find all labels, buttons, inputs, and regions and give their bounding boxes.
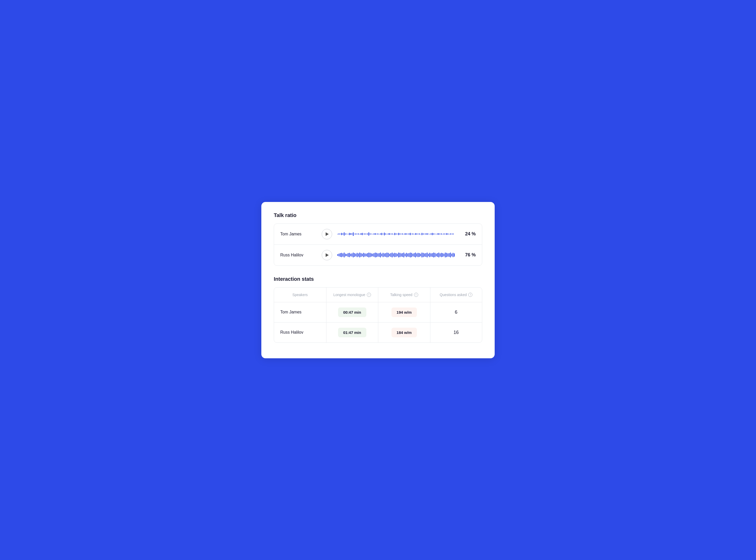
waveform-bar	[413, 254, 413, 257]
waveform-bar	[424, 234, 425, 234]
talk-row-russ: Russ Halilov 76 %	[274, 244, 482, 265]
waveform-bar	[449, 253, 450, 257]
waveform-bar	[401, 253, 402, 257]
waveform-bar	[409, 233, 410, 235]
waveform-bar	[420, 254, 421, 257]
waveform-bar	[418, 234, 418, 234]
header-questions: Questions asked i	[430, 287, 482, 302]
info-icon-speed[interactable]: i	[414, 293, 418, 297]
waveform-bar	[384, 233, 385, 235]
waveform-bar	[363, 234, 364, 234]
stats-table: Speakers Longest monologue i Talking spe…	[274, 287, 482, 343]
waveform-bar	[410, 253, 411, 257]
waveform-bar	[402, 233, 403, 235]
waveform-bar	[441, 233, 442, 235]
info-icon-questions[interactable]: i	[468, 293, 472, 297]
info-icon-monologue[interactable]: i	[367, 293, 371, 297]
waveform-bar	[358, 253, 359, 257]
waveform-bar	[392, 233, 393, 234]
talk-ratio-box: Tom James 24 % Russ Halilov 76 %	[274, 223, 482, 266]
waveform-bar	[411, 253, 412, 257]
waveform-bar	[451, 254, 452, 257]
waveform-bar	[364, 253, 365, 257]
waveform-bar	[405, 254, 405, 257]
waveform-bar	[349, 253, 350, 257]
waveform-bar	[370, 233, 371, 235]
waveform-bar	[416, 233, 417, 235]
waveform-bar	[425, 233, 426, 235]
waveform-bar	[367, 233, 368, 234]
talk-row-tom: Tom James 24 %	[274, 224, 482, 244]
waveform-bar	[446, 253, 447, 257]
waveform-bar	[421, 233, 422, 235]
waveform-bar	[369, 253, 369, 257]
waveform-bar	[449, 234, 450, 234]
waveform-bar	[429, 253, 430, 257]
waveform-bar	[353, 232, 354, 236]
waveform-bar	[407, 234, 408, 234]
waveform-bar	[359, 253, 360, 257]
waveform-bar	[372, 234, 373, 234]
stats-monologue-tom: 00:47 min	[326, 302, 378, 322]
waveform-bar	[374, 233, 374, 234]
waveform-bar	[353, 253, 354, 257]
waveform-bar	[393, 234, 394, 234]
play-button-tom[interactable]	[322, 229, 332, 239]
waveform-bar	[367, 253, 368, 257]
waveform-bar	[346, 234, 347, 234]
waveform-bar	[433, 253, 434, 257]
waveform-bar	[362, 254, 363, 257]
waveform-bar	[438, 233, 439, 235]
waveform-bar	[429, 234, 430, 234]
waveform-bar	[381, 254, 382, 257]
waveform-bar	[438, 253, 439, 257]
waveform-bar	[344, 232, 344, 236]
speed-badge-tom: 194 w/m	[392, 307, 417, 317]
stats-questions-russ: 16	[430, 322, 482, 342]
waveform-bar	[441, 253, 442, 257]
waveform-bar	[342, 253, 343, 257]
waveform-bar	[447, 233, 448, 234]
waveform-bar	[352, 233, 352, 234]
speaker-name-tom: Tom James	[280, 232, 317, 237]
monologue-badge-russ: 01:47 min	[338, 328, 366, 337]
waveform-bar	[419, 233, 420, 234]
waveform-bar	[428, 234, 429, 234]
waveform-bar	[398, 253, 399, 257]
waveform-bar	[398, 233, 399, 235]
waveform-bar	[379, 234, 380, 234]
waveform-bar	[361, 233, 361, 235]
waveform-bar	[423, 253, 424, 257]
stats-speed-russ: 184 w/m	[378, 322, 430, 342]
waveform-bar	[377, 253, 378, 257]
waveform-bar	[414, 253, 415, 257]
waveform-bar	[403, 234, 404, 234]
waveform-bar	[337, 234, 338, 234]
waveform-bar	[420, 234, 421, 234]
percentage-tom: 24 %	[460, 231, 476, 237]
waveform-bar	[419, 253, 420, 257]
waveform-bar	[399, 233, 400, 234]
waveform-bar	[453, 253, 454, 257]
play-button-russ[interactable]	[322, 250, 332, 260]
waveform-bar	[415, 253, 416, 257]
waveform-bar	[369, 232, 369, 236]
waveform-bar	[394, 233, 395, 235]
waveform-bar	[380, 233, 381, 234]
waveform-bar	[425, 253, 426, 257]
stats-questions-tom: 6	[430, 302, 482, 322]
waveform-bar	[357, 234, 358, 234]
waveform-bar	[421, 253, 422, 257]
waveform-bar	[384, 253, 385, 257]
waveform-bar	[371, 253, 372, 257]
waveform-bar	[366, 254, 366, 256]
waveform-bar	[410, 233, 411, 235]
waveform-bar	[377, 233, 378, 235]
waveform-bar	[446, 233, 447, 235]
waveform-bar	[388, 233, 389, 235]
waveform-bar	[342, 233, 343, 234]
waveform-bar	[431, 233, 432, 234]
waveform-bar	[442, 234, 443, 234]
header-speed: Talking speed i	[378, 287, 430, 302]
percentage-russ: 76 %	[460, 252, 476, 258]
